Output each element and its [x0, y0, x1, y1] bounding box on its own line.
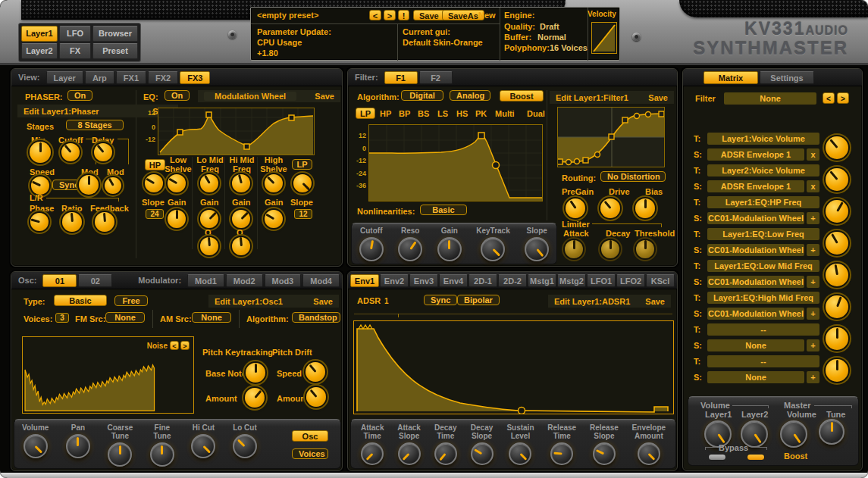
- tab-lfo2[interactable]: LFO2: [616, 274, 645, 287]
- preset-alert-button[interactable]: !: [398, 10, 409, 20]
- eq-lomid-gain-knob[interactable]: [200, 210, 218, 228]
- matrix-next-button[interactable]: >: [837, 92, 849, 104]
- tab-env2[interactable]: Env2: [380, 274, 409, 287]
- am-src-button[interactable]: None: [192, 312, 231, 323]
- filter-edit-label[interactable]: Edit Layer1:Filter1: [556, 93, 628, 102]
- decay-time-knob[interactable]: [434, 442, 457, 465]
- tab-matrix[interactable]: Matrix: [703, 71, 758, 84]
- matrix-filter-dropdown[interactable]: None: [724, 92, 816, 105]
- nav-layer1-button[interactable]: Layer1: [21, 26, 58, 42]
- eq-lomid-freq-knob[interactable]: [200, 174, 218, 192]
- eq-high-gain-knob[interactable]: [265, 210, 283, 228]
- voices-value[interactable]: 3: [55, 313, 69, 323]
- matrix-amount-knob[interactable]: [826, 200, 848, 223]
- row-action-button[interactable]: +: [807, 276, 819, 288]
- phaser-speed-knob[interactable]: [31, 177, 49, 195]
- filter-type-pk[interactable]: PK: [475, 109, 487, 118]
- layer2-bypass-toggle[interactable]: [747, 454, 765, 461]
- eq-low-freq-knob[interactable]: [168, 174, 186, 192]
- env-bipolar-button[interactable]: Bipolar: [457, 295, 500, 305]
- env-save-button[interactable]: Save: [645, 297, 665, 306]
- phaser-edit-label[interactable]: Edit Layer1:Phaser: [24, 107, 99, 116]
- eq-low-gain-knob[interactable]: [168, 210, 186, 228]
- row-action-button[interactable]: +: [807, 244, 819, 256]
- matrix-amount-knob[interactable]: [826, 327, 848, 350]
- phaser-mix-knob[interactable]: [30, 142, 51, 163]
- adsr-graph[interactable]: [353, 320, 674, 414]
- tab-2d1[interactable]: 2D-1: [468, 274, 497, 287]
- source-dropdown[interactable]: CC01-Modulation Wheel: [707, 212, 804, 224]
- matrix-amount-knob[interactable]: [826, 295, 848, 318]
- tab-mstg2[interactable]: Mstg2: [557, 274, 586, 287]
- release-slope-knob[interactable]: [593, 442, 616, 465]
- filter-type-dual[interactable]: Dual: [527, 109, 545, 118]
- eq-lp-slope-value[interactable]: 12: [294, 209, 312, 219]
- voices-view-button[interactable]: Voices: [292, 448, 328, 459]
- routing-button[interactable]: No Distortion: [600, 171, 666, 182]
- stages-button[interactable]: 8 Stages: [66, 120, 124, 130]
- phaser-ratio-knob[interactable]: [62, 212, 82, 232]
- nonlinearities-button[interactable]: Basic: [420, 205, 467, 215]
- current-gui-value[interactable]: Default Skin-Orange: [403, 38, 483, 47]
- filter-cutoff-knob[interactable]: [359, 237, 384, 261]
- matrix-amount-knob[interactable]: [826, 232, 848, 255]
- osc-type-button[interactable]: Basic: [54, 295, 107, 306]
- phaser-phase-knob[interactable]: [30, 213, 49, 231]
- attack-slope-knob[interactable]: [398, 442, 421, 465]
- nav-browser-button[interactable]: Browser: [92, 26, 138, 42]
- osc-volume-knob[interactable]: [24, 434, 48, 458]
- filter-type-hs[interactable]: HS: [456, 109, 468, 118]
- bias-knob[interactable]: [635, 198, 655, 218]
- tab-mod1[interactable]: Mod1: [187, 274, 224, 287]
- eq-hp-slope-value[interactable]: 24: [146, 209, 164, 219]
- buffer-value[interactable]: Normal: [537, 33, 566, 42]
- tab-2d2[interactable]: 2D-2: [498, 274, 527, 287]
- eq-on-button[interactable]: On: [165, 90, 190, 101]
- target-dropdown[interactable]: Layer1:EQ:HP Freq: [707, 196, 819, 208]
- env-amount-knob[interactable]: [638, 442, 660, 465]
- eq-himid-q-knob[interactable]: [232, 237, 250, 255]
- tab-osc-01[interactable]: 01: [42, 274, 77, 287]
- eq-himid-freq-knob[interactable]: [232, 174, 250, 192]
- eq-high-freq-knob[interactable]: [265, 174, 283, 192]
- nav-lfo-button[interactable]: LFO: [59, 26, 91, 42]
- source-dropdown[interactable]: CC01-Modulation Wheel: [707, 276, 804, 288]
- algo-analog-button[interactable]: Analog: [450, 90, 490, 101]
- eq-lomid-q-knob[interactable]: [200, 237, 218, 255]
- target-dropdown[interactable]: Layer1:EQ:Low Mid Freq: [707, 260, 819, 272]
- eq-himid-gain-knob[interactable]: [232, 210, 250, 228]
- row-action-button[interactable]: x: [807, 148, 819, 161]
- drift-amount-knob[interactable]: [306, 387, 326, 407]
- wave-next-button[interactable]: >: [180, 341, 190, 350]
- osc-pan-knob[interactable]: [66, 434, 90, 458]
- algo-digital-button[interactable]: Digital: [401, 90, 443, 101]
- target-dropdown[interactable]: Layer1:Voice Volume: [707, 133, 819, 145]
- matrix-prev-button[interactable]: <: [823, 92, 835, 104]
- decay-slope-knob[interactable]: [471, 442, 494, 465]
- limiter-decay-knob[interactable]: [601, 240, 619, 258]
- limiter-attack-knob[interactable]: [565, 240, 583, 258]
- sustain-level-knob[interactable]: [509, 442, 531, 465]
- filter-type-multi[interactable]: Multi: [495, 109, 515, 118]
- tab-lfo1[interactable]: LFO1: [587, 274, 616, 287]
- row-action-button[interactable]: +: [807, 308, 819, 320]
- matrix-amount-knob[interactable]: [826, 136, 848, 159]
- preset-new-button[interactable]: New: [478, 11, 496, 20]
- tab-arp[interactable]: Arp: [85, 71, 114, 84]
- eq-hp-freq-knob[interactable]: [145, 174, 163, 192]
- preset-next-button[interactable]: >: [384, 10, 396, 20]
- phaser-cutoff-knob[interactable]: [61, 143, 80, 161]
- row-action-button[interactable]: +: [807, 212, 819, 224]
- osc-save-button[interactable]: Save: [313, 297, 333, 306]
- phaser-delay-knob[interactable]: [94, 143, 112, 161]
- row-action-button[interactable]: x: [807, 180, 819, 192]
- tab-osc-02[interactable]: 02: [78, 274, 112, 287]
- filter-type-lp[interactable]: LP: [356, 108, 375, 119]
- osc-fine-knob[interactable]: [150, 442, 174, 467]
- fm-src-button[interactable]: None: [105, 312, 145, 323]
- target-dropdown[interactable]: Layer1:EQ:Low Freq: [707, 228, 819, 240]
- polyphony-value[interactable]: 16 Voices: [550, 43, 588, 52]
- phaser-feedback-knob[interactable]: [95, 212, 114, 232]
- drift-speed-knob[interactable]: [306, 362, 325, 382]
- nav-preset-button[interactable]: Preset: [92, 43, 138, 59]
